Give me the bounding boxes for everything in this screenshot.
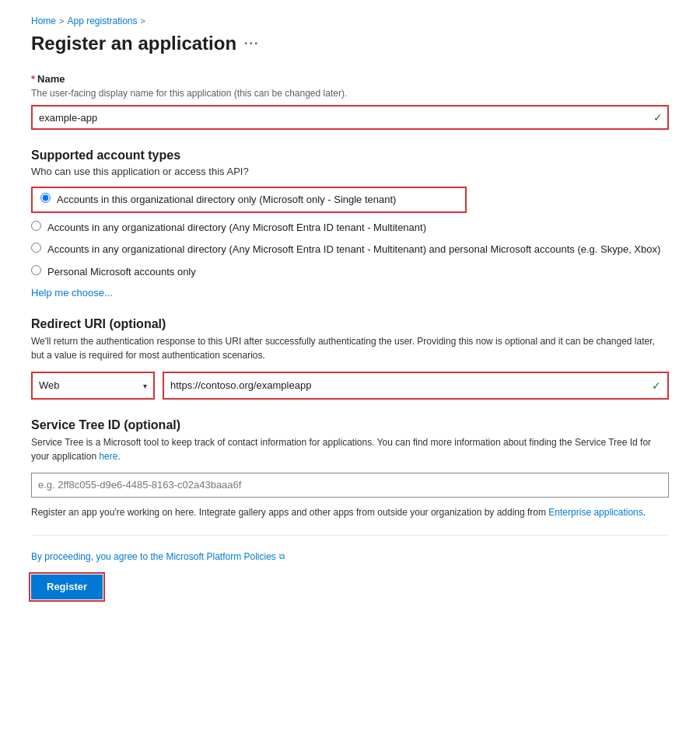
service-tree-desc-text-2: . [117, 451, 120, 462]
page-title: Register an application [31, 33, 236, 54]
service-tree-desc-text-1: Service Tree is a Microsoft tool to keep… [31, 437, 651, 462]
account-type-option-3[interactable]: Accounts in any organizational directory… [31, 243, 669, 257]
page-title-ellipsis[interactable]: ··· [244, 37, 259, 51]
breadcrumb-sep-1: > [59, 16, 64, 26]
name-description: The user-facing display name for this ap… [31, 88, 669, 99]
register-button[interactable]: Register [31, 575, 103, 599]
breadcrumb-sep-2: > [141, 16, 145, 26]
account-type-option-2[interactable]: Accounts in any organizational directory… [31, 221, 669, 235]
account-type-label-3: Accounts in any organizational directory… [47, 243, 660, 257]
service-tree-title: Service Tree ID (optional) [31, 418, 669, 432]
platform-select-wrapper: Web SPA Public client/native (mobile & d… [31, 372, 155, 400]
name-input-wrapper: ✓ [31, 105, 669, 130]
account-type-label-1: Accounts in this organizational director… [57, 193, 396, 207]
account-type-radio-2[interactable] [31, 221, 41, 231]
account-types-subtitle: Who can use this application or access t… [31, 166, 669, 177]
account-type-label-2: Accounts in any organizational directory… [47, 221, 426, 235]
redirect-description: We'll return the authentication response… [31, 334, 669, 362]
breadcrumb-app-registrations[interactable]: App registrations [67, 16, 137, 26]
policy-text-label: By proceeding, you agree to the Microsof… [31, 551, 276, 562]
bottom-note-text-after: . [643, 507, 646, 518]
required-star: * [31, 73, 35, 85]
name-section: *Name The user-facing display name for t… [31, 73, 669, 130]
redirect-section: Redirect URI (optional) We'll return the… [31, 317, 669, 400]
platform-select[interactable]: Web SPA Public client/native (mobile & d… [33, 373, 153, 398]
redirect-uri-input[interactable] [164, 373, 667, 398]
service-tree-description: Service Tree is a Microsoft tool to keep… [31, 435, 669, 463]
account-types-title: Supported account types [31, 148, 669, 162]
account-type-option-4[interactable]: Personal Microsoft accounts only [31, 265, 669, 279]
account-types-section: Supported account types Who can use this… [31, 148, 669, 299]
account-types-radio-group: Accounts in this organizational director… [31, 187, 669, 279]
account-type-radio-4[interactable] [31, 265, 41, 275]
page-title-container: Register an application ··· [31, 33, 669, 54]
service-tree-here-link[interactable]: here [99, 451, 117, 462]
account-type-radio-1[interactable] [40, 193, 51, 203]
name-label: *Name [31, 73, 669, 85]
name-input[interactable] [31, 105, 669, 130]
uri-input-wrapper: ✓ [163, 372, 669, 400]
redirect-title: Redirect URI (optional) [31, 317, 669, 331]
name-check-icon: ✓ [653, 111, 663, 124]
bottom-note-text-before: Register an app you're working on here. … [31, 507, 548, 518]
external-link-icon: ⧉ [279, 552, 285, 561]
bottom-note: Register an app you're working on here. … [31, 505, 669, 519]
enterprise-applications-link[interactable]: Enterprise applications [548, 507, 642, 518]
policy-link[interactable]: By proceeding, you agree to the Microsof… [31, 551, 669, 562]
account-type-radio-3[interactable] [31, 243, 41, 253]
account-type-label-4: Personal Microsoft accounts only [47, 265, 196, 279]
uri-check-icon: ✓ [652, 379, 661, 392]
breadcrumb: Home > App registrations > [31, 16, 669, 26]
service-tree-section: Service Tree ID (optional) Service Tree … [31, 418, 669, 498]
divider [31, 535, 669, 536]
account-type-option-1[interactable]: Accounts in this organizational director… [31, 187, 467, 213]
service-tree-id-input[interactable] [31, 473, 669, 498]
help-me-choose-link[interactable]: Help me choose... [31, 287, 113, 299]
breadcrumb-home[interactable]: Home [31, 16, 56, 26]
redirect-inputs-row: Web SPA Public client/native (mobile & d… [31, 372, 669, 400]
